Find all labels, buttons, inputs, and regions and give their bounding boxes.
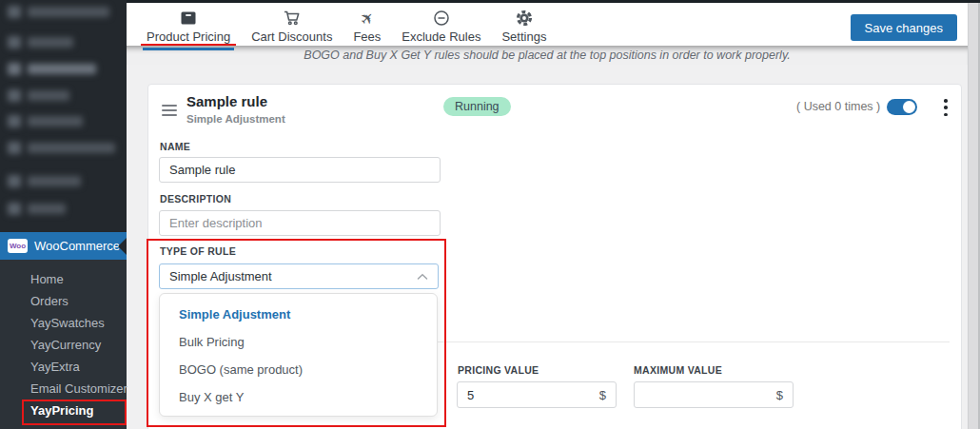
woocommerce-icon: Woo <box>8 239 28 253</box>
cart-icon <box>283 9 302 28</box>
rule-card: Sample rule Simple Adjustment Running ( … <box>147 84 962 429</box>
rule-title: Sample rule <box>186 93 267 109</box>
tab-label: Exclude Rules <box>402 29 480 44</box>
redacted-label <box>28 204 66 214</box>
rule-subtitle: Simple Adjustment <box>186 113 285 125</box>
redacted-label <box>28 116 83 127</box>
woocommerce-submenu: Home Orders YaySwatches YayCurrency YayE… <box>0 260 127 429</box>
tab-exclude-rules[interactable]: Exclude Rules <box>396 3 486 46</box>
chevron-up-icon <box>417 273 428 281</box>
maximum-value-input[interactable] <box>644 388 776 402</box>
pricing-value-label: PRICING VALUE <box>458 364 539 376</box>
menu-icon <box>8 63 21 75</box>
sidebar-item-label: WooCommerce <box>34 239 120 253</box>
menu-icon <box>8 36 21 49</box>
sidebar-item-yaypricing[interactable]: YayPricing <box>0 400 127 421</box>
sidebar-item-email-customizer[interactable]: Email Customizer <box>0 378 127 400</box>
type-of-rule-dropdown: Simple Adjustment Bulk Pricing BOGO (sam… <box>159 293 438 417</box>
redacted-menu-item[interactable] <box>8 142 115 155</box>
kebab-menu-icon[interactable] <box>939 97 952 118</box>
description-input[interactable] <box>159 210 441 236</box>
plugin-tabbar: Product Pricing Cart Discounts ✈ Fees Ex… <box>127 3 968 46</box>
menu-icon <box>8 175 21 187</box>
menu-icon <box>8 89 21 102</box>
toggle-knob <box>903 101 915 113</box>
scrollbar[interactable] <box>968 3 980 429</box>
sidebar-item-yayswatches[interactable]: YaySwatches <box>0 312 127 334</box>
sidebar-item-yaycurrency[interactable]: YayCurrency <box>0 334 127 356</box>
menu-icon <box>8 142 21 154</box>
tab-product-pricing[interactable]: Product Pricing <box>141 3 236 46</box>
sidebar-item-home[interactable]: Home <box>0 268 127 290</box>
type-of-rule-label: TYPE OF RULE <box>160 245 236 257</box>
tab-fees[interactable]: ✈ Fees <box>347 3 386 46</box>
plane-icon: ✈ <box>361 9 374 28</box>
maximum-value-label: MAXIMUM VALUE <box>634 364 722 376</box>
name-label: NAME <box>160 141 190 152</box>
product-box-icon <box>179 9 198 28</box>
redacted-menu-item[interactable] <box>8 175 81 188</box>
gear-icon <box>515 9 534 28</box>
tab-cart-discounts[interactable]: Cart Discounts <box>245 3 338 46</box>
notice-banner: BOGO and Buy X Get Y rules should be pla… <box>127 46 968 65</box>
redacted-menu-item[interactable] <box>8 63 96 76</box>
sidebar-item-yayextra[interactable]: YayExtra <box>0 356 127 378</box>
redacted-label <box>28 37 73 48</box>
tab-settings[interactable]: Settings <box>496 3 552 46</box>
content-area: Sample rule Simple Adjustment Running ( … <box>127 64 968 429</box>
redacted-menu-item[interactable] <box>8 6 109 19</box>
active-tab-indicator <box>143 48 234 50</box>
redacted-label <box>28 7 109 17</box>
drag-handle-icon[interactable] <box>162 105 177 116</box>
selected-value: Simple Adjustment <box>169 269 272 283</box>
maximum-value-field: $ <box>634 381 794 408</box>
minus-circle-icon <box>432 9 451 28</box>
tab-label: Settings <box>501 29 546 44</box>
rule-enabled-toggle[interactable] <box>887 99 917 115</box>
redacted-label <box>28 90 69 101</box>
redacted-label <box>28 143 115 153</box>
redacted-menu-item[interactable] <box>8 203 66 216</box>
type-of-rule-select[interactable]: Simple Adjustment <box>159 263 439 289</box>
usage-count: ( Used 0 times ) <box>796 100 880 113</box>
option-buy-x-get-y[interactable]: Buy X get Y <box>160 383 437 411</box>
menu-icon <box>8 203 21 215</box>
tab-label: Cart Discounts <box>251 29 332 44</box>
redacted-menu-item[interactable] <box>8 89 69 103</box>
wp-admin-sidebar: Woo WooCommerce Home Orders YaySwatches … <box>0 0 127 429</box>
sidebar-item-orders[interactable]: Orders <box>0 290 127 312</box>
option-simple-adjustment[interactable]: Simple Adjustment <box>160 301 437 328</box>
yaypricing-admin-page: Woo WooCommerce Home Orders YaySwatches … <box>0 0 980 429</box>
tab-label: Fees <box>353 29 381 44</box>
option-bulk-pricing[interactable]: Bulk Pricing <box>160 328 437 356</box>
tab-label: Product Pricing <box>147 29 230 44</box>
menu-icon <box>8 6 21 18</box>
active-menu-arrow-icon <box>118 238 127 255</box>
notice-text: BOGO and Buy X Get Y rules should be pla… <box>304 49 790 62</box>
currency-suffix: $ <box>776 388 783 402</box>
pricing-value-input[interactable] <box>467 388 599 402</box>
redacted-label <box>28 176 81 186</box>
pricing-value-field: $ <box>457 381 617 408</box>
annotation-underline-product-pricing <box>141 44 236 46</box>
status-badge: Running <box>443 97 511 116</box>
redacted-menu-item[interactable] <box>8 36 73 49</box>
redacted-menu-item[interactable] <box>8 115 83 128</box>
sidebar-item-woocommerce[interactable]: Woo WooCommerce <box>0 232 127 260</box>
save-changes-button[interactable]: Save changes <box>851 14 957 41</box>
redacted-label <box>28 64 96 74</box>
name-input[interactable] <box>159 157 441 183</box>
option-bogo-same-product[interactable]: BOGO (same product) <box>160 356 437 383</box>
currency-suffix: $ <box>599 388 606 402</box>
menu-icon <box>8 115 21 127</box>
description-label: DESCRIPTION <box>160 193 231 205</box>
